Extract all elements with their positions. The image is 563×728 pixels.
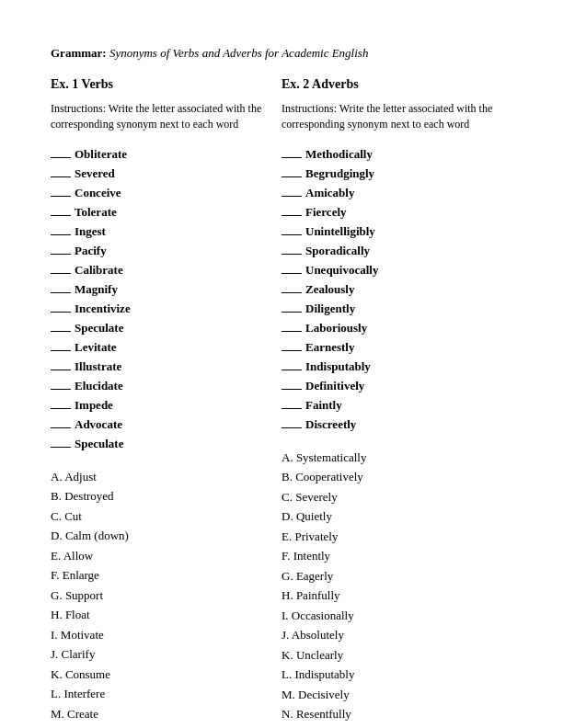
ex1-title: Ex. 1 Verbs — [51, 77, 282, 92]
word-label: Earnestly — [305, 340, 354, 355]
list-item: N. Resentfully — [282, 705, 512, 723]
word-label: Unintelligibly — [305, 224, 375, 239]
word-label: Conceive — [75, 186, 121, 200]
list-item: Begrudgingly — [282, 165, 512, 181]
word-label: Impede — [75, 398, 113, 413]
answer-blank[interactable] — [51, 319, 71, 332]
list-item: Advocate — [51, 415, 282, 432]
answer-blank[interactable] — [51, 222, 71, 235]
ex1-instructions: Instructions: Write the letter associate… — [51, 101, 282, 132]
list-item: A. Adjust — [51, 468, 282, 486]
list-item: Earnestly — [282, 338, 512, 355]
list-item: G. Support — [51, 586, 282, 605]
answer-blank[interactable] — [282, 242, 302, 255]
list-item: E. Allow — [51, 547, 282, 565]
answer-blank[interactable] — [51, 261, 71, 274]
answer-blank[interactable] — [282, 338, 302, 351]
word-label: Laboriously — [305, 321, 367, 336]
answer-blank[interactable] — [282, 184, 302, 197]
list-item: A. Systematically — [282, 449, 512, 467]
word-label: Diligently — [305, 301, 355, 316]
answer-blank[interactable] — [51, 338, 71, 351]
list-item: Discreetly — [282, 415, 512, 432]
list-item: Elucidate — [51, 377, 282, 393]
list-item: F. Enlarge — [51, 566, 282, 585]
header: Grammar: Synonyms of Verbs and Adverbs f… — [51, 46, 512, 61]
list-item: N. Theorize — [51, 724, 282, 728]
list-item: C. Severely — [282, 488, 512, 506]
ex2-word-list: MethodicallyBegrudginglyAmicablyFiercely… — [282, 145, 512, 432]
word-label: Severed — [75, 166, 115, 181]
list-item: B. Cooperatively — [282, 468, 512, 486]
list-item: Illustrate — [51, 358, 282, 374]
answer-blank[interactable] — [51, 203, 71, 216]
list-item: Sporadically — [282, 242, 512, 258]
list-item: Laboriously — [282, 319, 512, 336]
list-item: Severed — [51, 165, 282, 181]
answer-blank[interactable] — [51, 396, 71, 409]
word-label: Advocate — [75, 417, 122, 432]
word-label: Levitate — [75, 340, 116, 355]
answer-blank[interactable] — [51, 415, 71, 428]
word-label: Tolerate — [75, 205, 117, 220]
answer-blank[interactable] — [282, 280, 302, 293]
word-label: Faintly — [305, 398, 342, 413]
list-item: C. Cut — [51, 507, 282, 526]
answer-blank[interactable] — [282, 319, 302, 332]
ex2-title: Ex. 2 Adverbs — [282, 77, 512, 92]
word-label: Methodically — [305, 147, 373, 162]
answer-blank[interactable] — [51, 377, 71, 390]
list-item: M. Decisively — [282, 686, 512, 704]
answer-blank[interactable] — [282, 145, 302, 158]
list-item: I. Occasionally — [282, 607, 512, 625]
word-label: Fiercely — [305, 205, 347, 220]
list-item: J. Absolutely — [282, 626, 512, 644]
word-label: Sporadically — [305, 244, 370, 258]
list-item: K. Consume — [51, 665, 282, 684]
list-item: Unequivocally — [282, 261, 512, 278]
answer-blank[interactable] — [51, 435, 71, 448]
answer-blank[interactable] — [51, 165, 71, 177]
list-item: D. Quietly — [282, 507, 512, 526]
grammar-subtitle: Synonyms of Verbs and Adverbs for Academ… — [109, 46, 369, 60]
ex2-column: Ex. 2 Adverbs Instructions: Write the le… — [282, 77, 512, 728]
answer-blank[interactable] — [282, 165, 302, 177]
answer-blank[interactable] — [51, 280, 71, 293]
answer-blank[interactable] — [51, 145, 71, 158]
answer-blank[interactable] — [51, 242, 71, 255]
list-item: Magnify — [51, 280, 282, 297]
word-label: Incentivize — [75, 301, 131, 316]
list-item: K. Unclearly — [282, 646, 512, 665]
answer-blank[interactable] — [282, 203, 302, 216]
list-item: Obliterate — [51, 145, 282, 162]
list-item: Indisputably — [282, 358, 512, 374]
word-label: Definitively — [305, 379, 364, 393]
answer-blank[interactable] — [282, 358, 302, 370]
answer-blank[interactable] — [282, 261, 302, 274]
answer-blank[interactable] — [282, 396, 302, 409]
list-item: Amicably — [282, 184, 512, 200]
answer-blank[interactable] — [282, 300, 302, 313]
list-item: F. Intently — [282, 547, 512, 565]
word-label: Speculate — [75, 321, 123, 336]
list-item: Fiercely — [282, 203, 512, 220]
ex1-word-list: ObliterateSeveredConceiveTolerateIngestP… — [51, 145, 282, 451]
answer-blank[interactable] — [51, 300, 71, 313]
answer-blank[interactable] — [51, 184, 71, 197]
answer-blank[interactable] — [51, 358, 71, 370]
word-label: Obliterate — [75, 147, 127, 162]
list-item: Conceive — [51, 184, 282, 200]
list-item: D. Calm (down) — [51, 527, 282, 545]
word-label: Ingest — [75, 224, 106, 239]
list-item: Pacify — [51, 242, 282, 258]
list-item: Speculate — [51, 319, 282, 336]
word-label: Elucidate — [75, 379, 123, 393]
word-label: Begrudgingly — [305, 166, 374, 181]
answer-blank[interactable] — [282, 377, 302, 390]
list-item: I. Motivate — [51, 626, 282, 644]
answer-blank[interactable] — [282, 415, 302, 428]
list-item: Speculate — [51, 435, 282, 451]
word-label: Pacify — [75, 244, 107, 258]
list-item: Methodically — [282, 145, 512, 162]
answer-blank[interactable] — [282, 222, 302, 235]
